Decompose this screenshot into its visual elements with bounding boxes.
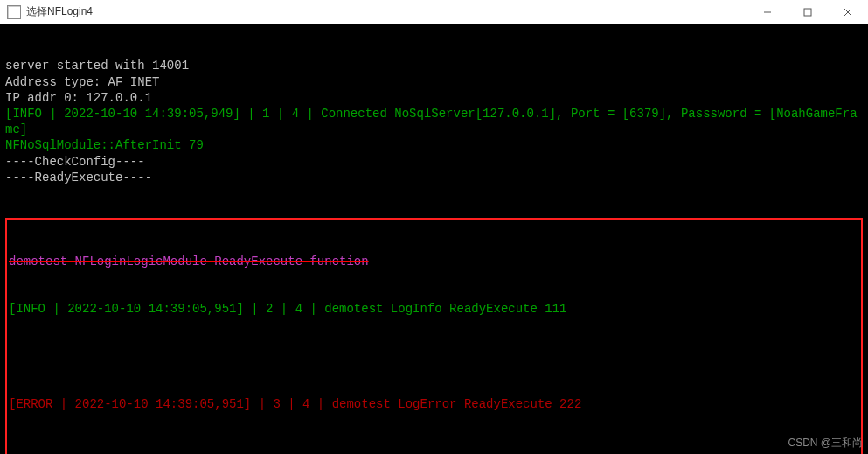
- log-line: IP addr 0: 127.0.0.1: [5, 90, 863, 106]
- window-controls: [747, 0, 868, 24]
- log-line: Address type: AF_INET: [5, 74, 863, 90]
- log-line: server started with 14001: [5, 58, 863, 73]
- window-title: 选择NFLogin4: [26, 4, 747, 19]
- log-info-line: [INFO | 2022-10-10 14:39:05,951] | 2 | 4…: [9, 301, 859, 317]
- close-button[interactable]: [828, 0, 868, 24]
- log-line: ----ReadyExecute----: [5, 170, 863, 185]
- svg-rect-1: [804, 9, 811, 16]
- window-titlebar: 选择NFLogin4: [0, 0, 868, 24]
- terminal-output[interactable]: server started with 14001Address type: A…: [0, 24, 868, 454]
- log-line: NFNoSqlModule::AfterInit 79: [5, 137, 863, 153]
- maximize-button[interactable]: [788, 0, 828, 24]
- close-icon: [844, 8, 852, 17]
- watermark: CSDN @三和尚: [788, 436, 863, 451]
- log-line: [INFO | 2022-10-10 14:39:05,949] | 1 | 4…: [5, 106, 863, 137]
- maximize-icon: [803, 8, 812, 17]
- highlighted-log-box: demotest NFLoginLogicModule ReadyExecute…: [5, 218, 863, 454]
- struck-line: demotest NFLoginLogicModule ReadyExecute…: [9, 254, 859, 269]
- log-line: ----CheckConfig----: [5, 154, 863, 170]
- minimize-button[interactable]: [747, 0, 788, 24]
- log-error-line: [ERROR | 2022-10-10 14:39:05,951] | 3 | …: [9, 396, 859, 412]
- app-icon: [7, 5, 21, 19]
- minimize-icon: [763, 8, 772, 17]
